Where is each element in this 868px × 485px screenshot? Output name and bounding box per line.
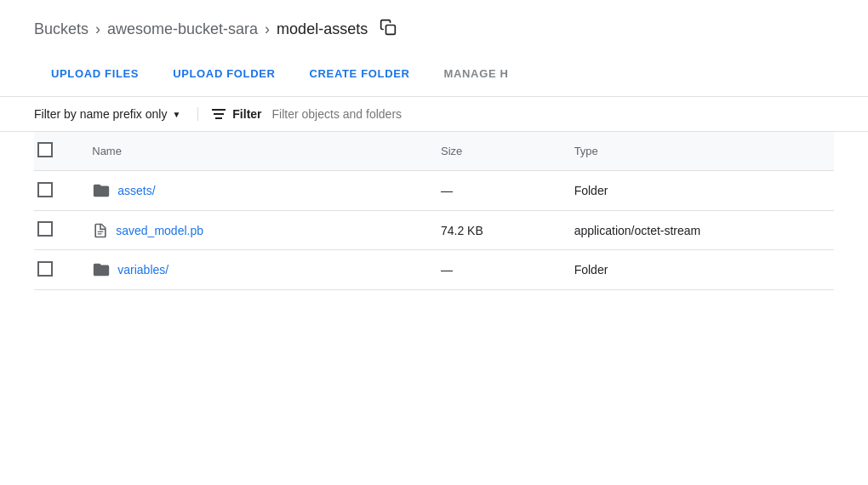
filter-input[interactable] (272, 107, 834, 121)
svg-rect-0 (386, 26, 396, 35)
row-name-cell: assets/ (85, 171, 434, 211)
table-row: variables/ — Folder (34, 250, 834, 290)
copy-path-icon[interactable] (380, 19, 397, 40)
row-size-cell: — (434, 250, 568, 290)
row-checkbox[interactable] (37, 261, 53, 277)
breadcrumb-current: model-assets (277, 20, 368, 38)
row-name-link[interactable]: assets/ (117, 184, 155, 197)
header-checkbox-cell (34, 132, 85, 171)
table-row: assets/ — Folder (34, 171, 834, 211)
breadcrumb-buckets[interactable]: Buckets (34, 20, 89, 38)
manage-h-button[interactable]: MANAGE H (427, 54, 526, 96)
breadcrumb-sep-1: › (95, 20, 100, 38)
action-toolbar: UPLOAD FILES UPLOAD FOLDER CREATE FOLDER… (0, 54, 868, 97)
row-type-cell: application/octet-stream (568, 211, 834, 250)
upload-files-button[interactable]: UPLOAD FILES (34, 54, 156, 96)
upload-folder-button[interactable]: UPLOAD FOLDER (156, 54, 292, 96)
folder-icon (92, 260, 111, 279)
filter-lines-icon (212, 109, 226, 119)
row-name-cell: variables/ (85, 250, 434, 290)
svg-rect-1 (98, 231, 104, 231)
row-size-cell: — (434, 171, 568, 211)
chevron-down-icon: ▼ (172, 110, 180, 119)
row-name-link[interactable]: variables/ (117, 263, 168, 277)
row-size-cell: 74.2 KB (434, 211, 568, 250)
row-name-link[interactable]: saved_model.pb (116, 224, 203, 237)
breadcrumb-sep-2: › (265, 20, 270, 38)
breadcrumb-bar: Buckets › awesome-bucket-sara › model-as… (0, 0, 868, 54)
row-checkbox-cell (34, 211, 85, 250)
filter-dropdown-label: Filter by name prefix only (34, 107, 167, 121)
table-header-row: Name Size Type (34, 132, 834, 171)
header-type: Type (568, 132, 834, 171)
table-row: saved_model.pb 74.2 KB application/octet… (34, 211, 834, 250)
create-folder-button[interactable]: CREATE FOLDER (293, 54, 427, 96)
breadcrumb-bucket[interactable]: awesome-bucket-sara (107, 20, 258, 38)
row-type-cell: Folder (568, 250, 834, 290)
row-checkbox[interactable] (37, 221, 53, 237)
objects-table: Name Size Type assets/ — Folder (34, 132, 834, 290)
select-all-checkbox[interactable] (37, 142, 53, 157)
table-wrap: Name Size Type assets/ — Folder (0, 132, 868, 290)
header-size: Size (434, 132, 568, 171)
row-checkbox[interactable] (37, 182, 53, 197)
filter-button[interactable]: Filter (212, 107, 261, 121)
row-type-cell: Folder (568, 171, 834, 211)
filter-dropdown[interactable]: Filter by name prefix only ▼ (34, 107, 198, 121)
row-checkbox-cell (34, 171, 85, 211)
row-checkbox-cell (34, 250, 85, 290)
svg-rect-2 (98, 233, 102, 234)
file-icon (92, 222, 109, 239)
filter-row: Filter by name prefix only ▼ Filter (0, 97, 868, 132)
filter-label: Filter (232, 107, 261, 121)
row-name-cell: saved_model.pb (85, 211, 434, 250)
folder-icon (92, 181, 111, 200)
header-name: Name (85, 132, 434, 171)
